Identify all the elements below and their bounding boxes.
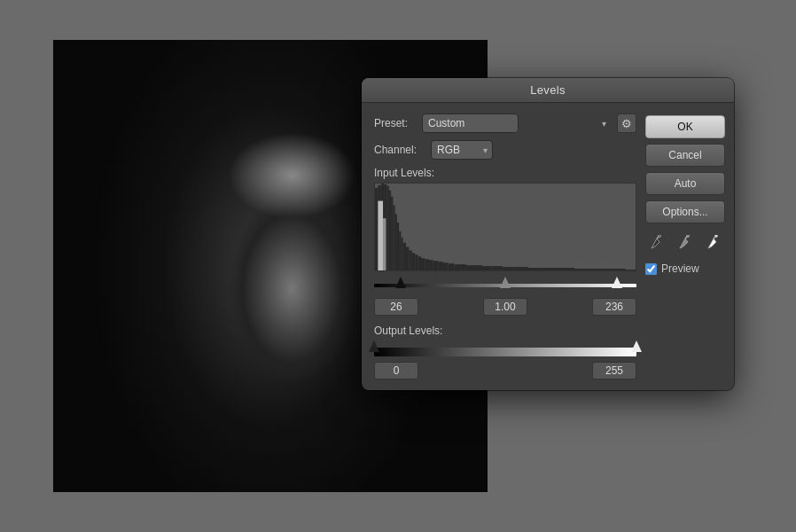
histogram-chart <box>375 184 636 270</box>
svg-rect-40 <box>378 201 383 270</box>
input-black-slider[interactable] <box>395 277 406 288</box>
output-levels-label: Output Levels: <box>374 325 636 337</box>
svg-rect-9 <box>397 223 399 270</box>
svg-rect-33 <box>528 268 542 270</box>
preset-gear-button[interactable]: ⚙ <box>617 113 636 133</box>
input-slider-track <box>374 277 636 294</box>
ok-button[interactable]: OK <box>645 115 725 138</box>
output-white-slider[interactable] <box>631 340 642 352</box>
options-button[interactable]: Options... <box>645 200 725 223</box>
svg-rect-14 <box>409 250 411 270</box>
dialog-title: Levels <box>530 83 565 97</box>
input-levels-label: Input Levels: <box>374 167 636 179</box>
eyedroppers-row <box>645 232 725 254</box>
svg-rect-30 <box>492 266 502 270</box>
svg-rect-34 <box>542 268 558 270</box>
svg-rect-39 <box>626 270 636 270</box>
svg-rect-16 <box>415 254 418 270</box>
svg-rect-28 <box>474 265 482 270</box>
dialog-left-panel: Preset: Custom Default Darker Increase C… <box>374 113 636 379</box>
svg-rect-36 <box>574 269 592 270</box>
preset-row: Preset: Custom Default Darker Increase C… <box>374 113 636 133</box>
svg-rect-20 <box>429 260 433 270</box>
preview-checkbox[interactable] <box>645 263 657 275</box>
output-black-value[interactable]: 0 <box>374 362 418 379</box>
input-mid-value[interactable]: 1.00 <box>483 298 527 316</box>
svg-rect-10 <box>399 231 401 270</box>
svg-rect-18 <box>421 258 425 270</box>
svg-rect-11 <box>401 238 402 270</box>
svg-rect-8 <box>395 214 397 270</box>
svg-point-43 <box>659 235 661 238</box>
output-slider-track <box>374 340 636 358</box>
histogram-container <box>374 183 636 271</box>
svg-point-47 <box>715 235 718 238</box>
svg-rect-4 <box>387 186 389 270</box>
svg-rect-32 <box>514 267 528 270</box>
svg-point-45 <box>687 235 690 238</box>
svg-rect-12 <box>403 243 406 270</box>
black-eyedropper-button[interactable] <box>646 232 667 254</box>
svg-rect-6 <box>391 197 393 270</box>
input-black-value[interactable]: 26 <box>374 298 418 316</box>
preset-select-wrapper: Custom Default Darker Increase Contrast … <box>422 113 612 133</box>
svg-rect-41 <box>383 218 386 270</box>
svg-rect-25 <box>454 264 460 270</box>
cancel-button[interactable]: Cancel <box>645 144 725 167</box>
svg-rect-21 <box>433 261 439 270</box>
svg-rect-38 <box>611 269 626 270</box>
preview-row: Preview <box>645 262 725 275</box>
svg-rect-5 <box>389 191 391 270</box>
svg-rect-24 <box>449 263 455 270</box>
svg-rect-15 <box>412 253 415 270</box>
dialog-titlebar: Levels <box>362 78 734 103</box>
svg-rect-37 <box>592 269 610 270</box>
dialog-right-panel: OK Cancel Auto Options... <box>645 113 725 379</box>
input-mid-slider[interactable] <box>500 277 511 288</box>
gray-eyedropper-button[interactable] <box>675 232 696 254</box>
input-white-value[interactable]: 236 <box>592 298 636 316</box>
output-values-row: 0 255 <box>374 362 636 379</box>
output-black-slider[interactable] <box>369 340 379 352</box>
input-white-slider[interactable] <box>612 277 622 288</box>
preview-label: Preview <box>661 262 699 275</box>
svg-rect-22 <box>438 262 443 270</box>
svg-rect-27 <box>466 265 474 270</box>
channel-select-wrapper: RGB Red Green Blue <box>431 140 493 160</box>
preset-select[interactable]: Custom Default Darker Increase Contrast … <box>422 113 519 133</box>
svg-rect-0 <box>375 188 378 270</box>
svg-rect-35 <box>558 268 574 270</box>
svg-rect-13 <box>406 247 409 270</box>
input-values-row: 26 1.00 236 <box>374 298 636 316</box>
svg-rect-31 <box>503 267 515 270</box>
output-white-value[interactable]: 255 <box>592 362 636 379</box>
white-eyedropper-button[interactable] <box>703 232 724 254</box>
svg-rect-23 <box>443 262 449 270</box>
channel-row: Channel: RGB Red Green Blue <box>374 140 636 160</box>
preset-label: Preset: <box>374 117 417 129</box>
auto-button[interactable]: Auto <box>645 172 725 195</box>
svg-rect-7 <box>393 206 394 271</box>
svg-rect-26 <box>460 264 466 270</box>
svg-rect-19 <box>425 259 430 270</box>
svg-rect-29 <box>482 266 492 270</box>
svg-rect-17 <box>418 256 421 270</box>
channel-label: Channel: <box>374 144 425 156</box>
levels-dialog: Levels Preset: Custom Default Darker Inc… <box>362 78 734 390</box>
channel-select[interactable]: RGB Red Green Blue <box>431 140 493 160</box>
